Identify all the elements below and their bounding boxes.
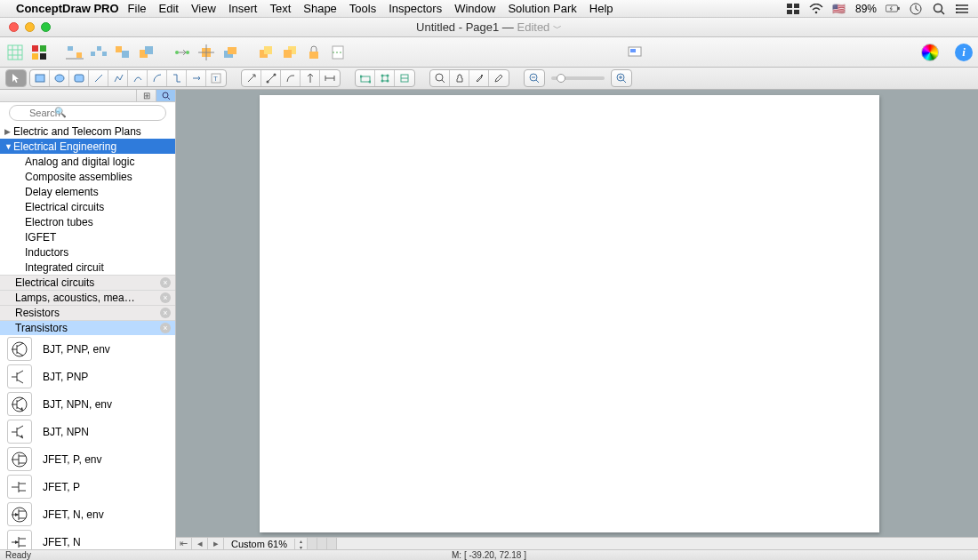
connector-tool[interactable] — [167, 70, 187, 86]
subcat-electron-tubes[interactable]: Electron tubes — [0, 214, 175, 229]
page-canvas[interactable] — [260, 95, 879, 532]
close-icon[interactable]: × — [160, 277, 171, 288]
bezier-tool[interactable] — [128, 70, 148, 86]
page-tab[interactable] — [317, 538, 327, 550]
lib-lamps-acoustics[interactable]: Lamps, acoustics, mea…× — [0, 290, 175, 305]
sidebar-tab-search[interactable] — [156, 90, 175, 101]
menu-solution-park[interactable]: Solution Park — [508, 2, 576, 15]
subcat-delay[interactable]: Delay elements — [0, 184, 175, 199]
spotlight-icon[interactable] — [932, 3, 946, 15]
distribute-icon[interactable] — [89, 43, 108, 62]
lock-icon[interactable] — [304, 43, 324, 62]
zoom-tool[interactable] — [430, 70, 450, 86]
text-tool[interactable]: T — [206, 70, 226, 86]
vertical-tool[interactable] — [301, 70, 320, 86]
horizontal-tool[interactable] — [320, 70, 340, 86]
menu-insert[interactable]: Insert — [228, 2, 258, 15]
ellipse-tool[interactable] — [50, 70, 69, 86]
rect-tool[interactable] — [30, 70, 50, 86]
category-electrical-engineering[interactable]: ▼Electrical Engineering — [0, 139, 175, 154]
menu-window[interactable]: Window — [454, 2, 495, 15]
title-chevron-icon[interactable]: ﹀ — [553, 23, 562, 33]
search-input[interactable] — [9, 105, 166, 121]
lib-resistors[interactable]: Resistors× — [0, 305, 175, 320]
color-wheel-button[interactable] — [921, 44, 939, 61]
zoom-level-label[interactable]: Custom 61% — [224, 539, 295, 549]
group-icon[interactable] — [113, 43, 132, 62]
subcat-composite[interactable]: Composite assemblies — [0, 169, 175, 184]
category-electric-telecom[interactable]: ▶Electric and Telecom Plans — [0, 124, 175, 139]
subcat-integrated-circuit[interactable]: Integrated circuit — [0, 260, 175, 275]
polyline-tool[interactable] — [108, 70, 128, 86]
page-break-icon[interactable] — [328, 43, 348, 62]
subcat-igfet[interactable]: IGFET — [0, 229, 175, 244]
zoom-in-button[interactable] — [612, 70, 631, 86]
subcat-analog-digital[interactable]: Analog and digital logic — [0, 154, 175, 169]
smart-connector-tool[interactable] — [187, 70, 206, 86]
line-tool[interactable] — [89, 70, 108, 86]
zoom-slider[interactable] — [551, 76, 605, 80]
front-icon[interactable] — [256, 43, 276, 62]
grid-icon[interactable] — [5, 43, 25, 62]
pan-tool[interactable] — [450, 70, 469, 86]
lib-transistors[interactable]: Transistors× — [0, 320, 175, 335]
page-tab[interactable] — [327, 538, 337, 550]
eyedropper-tool[interactable] — [469, 70, 489, 86]
page-tab[interactable] — [308, 538, 317, 550]
menu-shape[interactable]: Shape — [303, 2, 337, 15]
menu-view[interactable]: View — [191, 2, 216, 15]
arc-tool[interactable] — [148, 70, 167, 86]
close-icon[interactable]: × — [160, 323, 171, 333]
arrange-icon[interactable] — [137, 43, 156, 62]
menu-help[interactable]: Help — [589, 2, 613, 15]
collapse-button[interactable]: ⇤ — [176, 538, 192, 550]
subcat-inductors[interactable]: Inductors — [0, 244, 175, 260]
node-tool[interactable] — [375, 70, 395, 86]
shape-bjt-npn-env[interactable]: BJT, NPN, env — [0, 390, 175, 418]
close-icon[interactable]: × — [160, 308, 171, 318]
canvas-area[interactable]: ⇤ ◂ ▸ Custom 61% ▴▾ — [176, 90, 978, 549]
app-name[interactable]: ConceptDraw PRO — [16, 2, 119, 15]
edit-tool[interactable] — [489, 70, 509, 86]
menu-edit[interactable]: Edit — [159, 2, 179, 15]
shape-jfet-n[interactable]: JFET, N — [0, 528, 175, 549]
arrow-tool[interactable] — [242, 70, 261, 86]
info-button[interactable]: i — [955, 44, 973, 61]
next-page-button[interactable]: ▸ — [208, 538, 224, 550]
align-icon[interactable] — [65, 43, 84, 62]
wifi-icon[interactable] — [809, 3, 823, 15]
curve-tool[interactable] — [281, 70, 301, 86]
pointer-tool[interactable] — [6, 70, 26, 86]
shape-jfet-n-env[interactable]: JFET, N, env — [0, 500, 175, 528]
sidebar-tab-grid[interactable]: ⊞ — [136, 90, 156, 101]
reshape-tool[interactable] — [395, 70, 414, 86]
snap-icon[interactable] — [196, 43, 216, 62]
menu-text[interactable]: Text — [269, 2, 291, 15]
sidebar-tab-tree[interactable] — [0, 90, 136, 101]
zoom-stepper[interactable]: ▴▾ — [295, 538, 308, 550]
prev-page-button[interactable]: ◂ — [192, 538, 208, 550]
lib-electrical-circuits[interactable]: Electrical circuits× — [0, 275, 175, 290]
shape-bjt-pnp[interactable]: BJT, PNP — [0, 363, 175, 390]
presentation-icon[interactable] — [625, 43, 645, 62]
shape-jfet-p-env[interactable]: JFET, P, env — [0, 445, 175, 473]
shape-jfet-p[interactable]: JFET, P — [0, 473, 175, 500]
rounded-rect-tool[interactable] — [69, 70, 89, 86]
dashboard-icon[interactable] — [786, 3, 800, 15]
menu-file[interactable]: File — [128, 2, 147, 15]
clock-icon[interactable] — [909, 3, 923, 15]
flag-icon[interactable]: 🇺🇸 — [832, 3, 846, 15]
edit-points-tool[interactable] — [356, 70, 375, 86]
battery-icon[interactable] — [886, 3, 900, 15]
flow-icon[interactable] — [172, 43, 192, 62]
color-swatch-icon[interactable] — [29, 43, 49, 62]
dimension-tool[interactable] — [261, 70, 281, 86]
zoom-out-button[interactable] — [525, 70, 544, 86]
back-icon[interactable] — [280, 43, 300, 62]
shape-bjt-pnp-env[interactable]: BJT, PNP, env — [0, 335, 175, 363]
layers-icon[interactable] — [220, 43, 240, 62]
menu-icon[interactable] — [955, 3, 969, 15]
close-icon[interactable]: × — [160, 292, 171, 303]
menu-inspectors[interactable]: Inspectors — [389, 2, 442, 15]
subcat-electrical-circuits[interactable]: Electrical circuits — [0, 199, 175, 214]
